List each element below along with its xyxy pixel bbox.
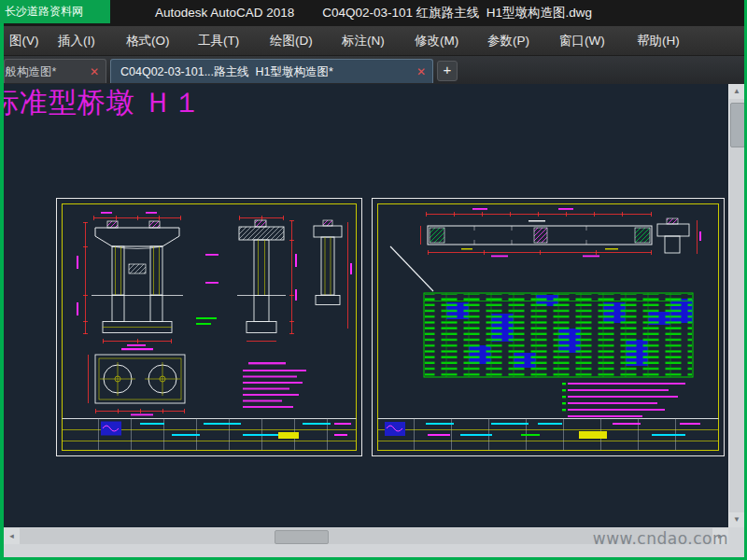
rebar-schedule-table (424, 293, 693, 377)
menu-item-help[interactable]: 帮助(H) (629, 26, 687, 56)
menu-item-format[interactable]: 格式(O) (119, 26, 177, 56)
file-tab-bar: 一般构造图* ✕ C04Q02-03-101...路主线 H1型墩构造图* ✕ … (4, 56, 744, 84)
title-block (378, 419, 719, 451)
bottom-bar: ◂ ▸ www.cndao.com (0, 527, 747, 557)
menu-item-draw[interactable]: 绘图(D) (262, 26, 320, 56)
pile-cap-plan-view (89, 348, 186, 415)
column-section-view (314, 220, 352, 329)
menu-item-tools[interactable]: 工具(T) (190, 26, 247, 56)
scroll-left-icon[interactable]: ◂ (4, 528, 20, 544)
menu-item-window[interactable]: 窗口(W) (552, 26, 613, 56)
frame-left (0, 0, 4, 560)
file-tab-general[interactable]: 一般构造图* ✕ (4, 59, 106, 83)
new-tab-button[interactable]: + (437, 61, 458, 81)
menu-item-parametric[interactable]: 参数(P) (480, 26, 537, 56)
menu-item-view[interactable]: 图(V) (2, 26, 47, 56)
watermark-top-left-text: 长沙道路资料网 (5, 5, 83, 18)
menu-bar: 图(V) 插入(I) 格式(O) 工具(T) 绘图(D) 标注(N) 修改(M)… (0, 26, 747, 56)
close-tab-icon[interactable]: ✕ (416, 60, 426, 83)
leader-line (390, 246, 433, 291)
pier-title-text: 标准型桥墩 Ｈ１ (4, 84, 202, 122)
menu-item-dimension[interactable]: 标注(N) (334, 26, 392, 56)
vertical-scrollbar[interactable]: ▲ ▼ (728, 84, 744, 527)
menu-item-insert[interactable]: 插入(I) (50, 26, 103, 56)
scroll-down-icon[interactable]: ▼ (729, 512, 744, 527)
cap-beam-elevation-view (421, 208, 653, 257)
window-title: Autodesk AutoCAD 2018 C04Q02-03-101 红旗路主… (155, 6, 592, 20)
drawing-canvas[interactable]: 标准型桥墩 Ｈ１ (4, 84, 728, 527)
horizontal-scrollbar-thumb[interactable] (275, 530, 329, 544)
notes-text-block (562, 383, 685, 417)
title-block (63, 419, 357, 451)
notes-text-block (243, 362, 306, 408)
file-tab-general-label: 一般构造图* (4, 60, 56, 83)
watermark-bottom-right: www.cndao.com (593, 529, 728, 548)
watermark-top-left: 长沙道路资料网 (0, 0, 110, 23)
scroll-up-icon[interactable]: ▲ (729, 84, 744, 99)
side-elevation-view (237, 216, 297, 342)
sheet-right-rebar-schedule (372, 198, 725, 456)
vertical-scrollbar-thumb[interactable] (730, 103, 745, 147)
file-tab-h1-pier-label: C04Q02-03-101...路主线 H1型墩构造图* (120, 60, 333, 83)
front-elevation-view (77, 212, 218, 346)
menu-item-modify[interactable]: 修改(M) (407, 26, 466, 56)
file-tab-h1-pier[interactable]: C04Q02-03-101...路主线 H1型墩构造图* ✕ (110, 59, 433, 83)
title-bar: Autodesk AutoCAD 2018 C04Q02-03-101 红旗路主… (0, 0, 747, 26)
sheet-left-pier-views (56, 198, 362, 456)
detail-section-view (657, 218, 701, 254)
close-tab-icon[interactable]: ✕ (90, 60, 99, 83)
